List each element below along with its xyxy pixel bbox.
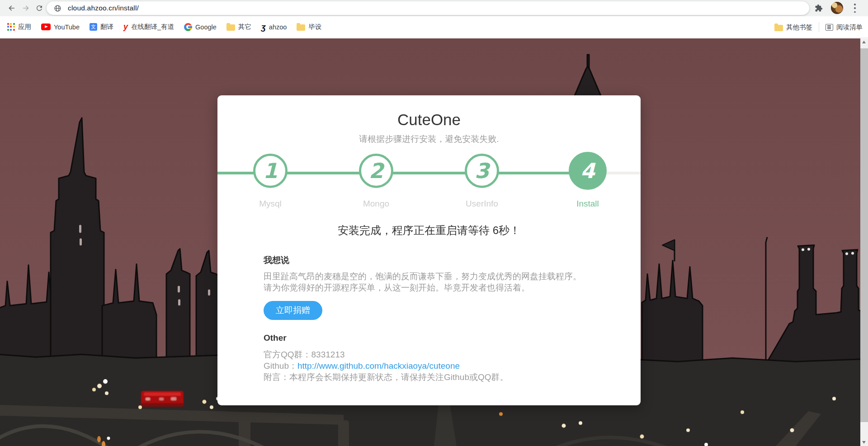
step-install: 4 Install [535, 152, 641, 190]
puzzle-icon [815, 4, 823, 12]
bookmark-folder-bishe[interactable]: 毕设 [297, 23, 321, 31]
scroll-up-arrow-icon[interactable] [862, 41, 866, 43]
google-icon [184, 23, 192, 31]
bookmarks-divider [819, 22, 819, 32]
bookmark-item-youtube[interactable]: YouTube [41, 23, 80, 31]
browser-toolbar: cloud.ahzoo.cn/install/ [0, 0, 868, 16]
installer-card: CuteOne 请根据步骤进行安装，避免安装失败. 1 Mysql 2 Mong… [217, 95, 641, 405]
ahzoo-icon: ʒ [261, 23, 266, 31]
forward-button[interactable] [21, 3, 31, 13]
extensions-button[interactable] [815, 4, 823, 14]
donate-button[interactable]: 立即捐赠 [264, 301, 322, 320]
reading-list-icon [826, 24, 833, 31]
say-line-2: 请为你觉得好的开源程序买单，从这一刻开始。毕竟开发者也得活着。 [264, 282, 594, 293]
reload-button[interactable] [34, 3, 44, 13]
folder-icon [226, 24, 235, 31]
bookmark-item-google[interactable]: Google [184, 23, 217, 31]
forward-icon [21, 4, 30, 13]
step-mongo: 2 Mongo [323, 152, 429, 188]
scrollbar-thumb[interactable] [860, 48, 868, 422]
step-userinfo: 3 UserInfo [429, 152, 535, 188]
profile-avatar[interactable] [831, 2, 843, 14]
step-circle-1: 1 [253, 154, 288, 188]
card-body: 我想说 田里趾高气昂的麦穗是空的，饱满的反而谦恭下垂，努力变成优秀的网盘挂载程序… [264, 254, 594, 383]
step-progress: 1 Mysql 2 Mongo 3 UserInfo 4 Install [217, 152, 641, 220]
folder-icon [297, 24, 305, 31]
qq-group-line: 官方QQ群：8331213 [264, 349, 594, 360]
apps-grid-icon [7, 23, 15, 31]
youdao-icon: y [123, 23, 128, 31]
say-heading: 我想说 [264, 254, 594, 266]
step-circle-3: 3 [465, 154, 499, 188]
github-link[interactable]: http://www.github.com/hackxiaoya/cuteone [297, 361, 460, 371]
bookmark-item-translate[interactable]: 翻译 [90, 23, 113, 31]
reading-list-button[interactable]: 阅读清单 [826, 23, 863, 32]
back-icon [7, 4, 16, 13]
bookmark-folder-qita[interactable]: 其它 [226, 23, 251, 31]
step-circle-2: 2 [359, 154, 393, 188]
step-mysql: 1 Mysql [217, 152, 323, 188]
youtube-icon [41, 23, 51, 30]
browser-menu-button[interactable] [854, 4, 856, 13]
github-line: Github：http://www.github.com/hackxiaoya/… [264, 360, 594, 371]
globe-icon [54, 5, 61, 12]
note-line: 附言：本程序会长期保持更新状态，请保持关注Github或QQ群。 [264, 371, 594, 383]
scroll-down-arrow-icon[interactable] [862, 441, 866, 444]
install-status-message: 安装完成，程序正在重启请等待 6秒！ [217, 223, 641, 238]
other-heading: Other [264, 333, 594, 343]
translate-icon [90, 23, 97, 31]
bookmarks-bar: 应用 YouTube 翻译 y 在线翻译_有道 Google 其它 ʒ ahzo… [0, 16, 868, 38]
page-scrollbar[interactable] [860, 38, 868, 446]
page-title: CuteOne [217, 111, 641, 129]
url-text[interactable]: cloud.ahzoo.cn/install/ [68, 4, 139, 12]
reload-icon [35, 4, 43, 12]
folder-icon [774, 25, 783, 31]
bookmark-item-apps[interactable]: 应用 [7, 23, 31, 31]
say-line-1: 田里趾高气昂的麦穗是空的，饱满的反而谦恭下垂，努力变成优秀的网盘挂载程序。 [264, 271, 594, 282]
page-subtitle: 请根据步骤进行安装，避免安装失败. [217, 133, 641, 145]
other-bookmarks-button[interactable]: 其他书签 [774, 23, 812, 32]
url-bar[interactable]: cloud.ahzoo.cn/install/ [47, 1, 809, 15]
github-label: Github： [264, 361, 297, 371]
bookmark-item-ahzoo[interactable]: ʒ ahzoo [261, 23, 287, 31]
bookmark-item-youdao[interactable]: y 在线翻译_有道 [123, 23, 174, 31]
back-button[interactable] [7, 3, 17, 13]
step-circle-4: 4 [569, 152, 607, 190]
